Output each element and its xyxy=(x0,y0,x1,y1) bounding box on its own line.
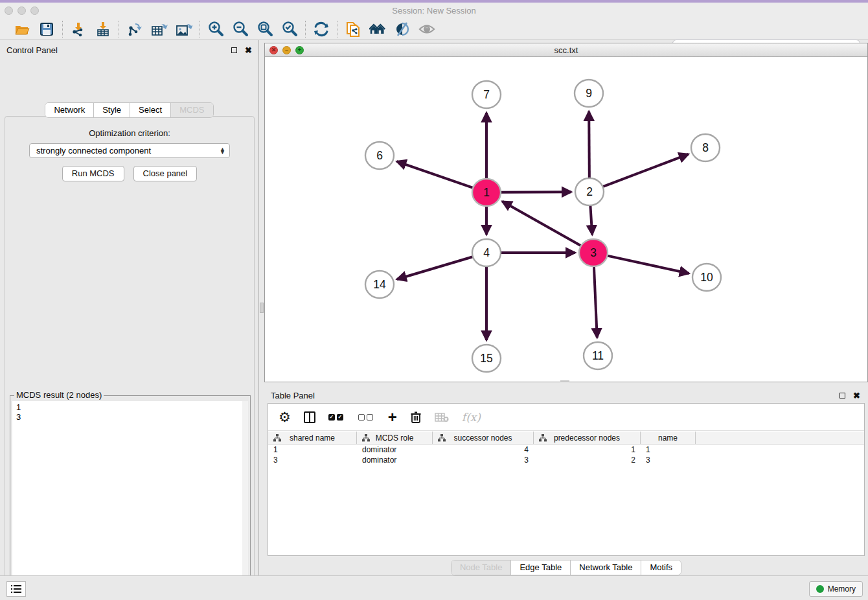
table-cell[interactable]: 4 xyxy=(433,444,534,455)
svg-text:6: 6 xyxy=(376,149,383,162)
first-neighbors-icon[interactable] xyxy=(369,21,386,38)
app-window-title: Session: New Session xyxy=(0,6,868,16)
tab-edge-table[interactable]: Edge Table xyxy=(511,560,571,575)
graph-edge-2-3[interactable] xyxy=(590,206,592,235)
graph-node-7[interactable]: 7 xyxy=(472,81,501,108)
zoom-fit-icon[interactable] xyxy=(257,21,273,38)
result-scrollbar[interactable] xyxy=(242,401,248,600)
mcds-result-title: MCDS result (2 nodes) xyxy=(14,390,104,400)
table-cell[interactable]: 1 xyxy=(534,444,641,455)
graph-node-10[interactable]: 10 xyxy=(692,264,721,291)
float-panel-icon[interactable] xyxy=(231,47,237,53)
show-columns-icon[interactable] xyxy=(304,410,315,425)
hide-style-icon[interactable] xyxy=(394,21,411,38)
graph-edge-3-1[interactable] xyxy=(502,202,580,246)
table-row[interactable]: 3dominator323 xyxy=(268,455,864,465)
graph-node-14[interactable]: 14 xyxy=(365,271,394,298)
graph-edge-1-2[interactable] xyxy=(501,192,571,192)
unselect-all-rows-icon[interactable] xyxy=(358,410,375,425)
table-cell[interactable]: 3 xyxy=(433,455,534,465)
column-header-shared-name[interactable]: shared name xyxy=(268,432,357,444)
clone-network-icon[interactable] xyxy=(345,21,361,38)
graph-node-8[interactable]: 8 xyxy=(691,134,720,161)
import-table-icon[interactable] xyxy=(95,21,111,38)
close-panel-icon[interactable]: ✖ xyxy=(245,46,252,54)
selected-criterion: strongly connected component xyxy=(36,146,220,156)
graph-edge-3-10[interactable] xyxy=(607,256,689,273)
graph-edge-3-11[interactable] xyxy=(594,267,597,338)
table-cell[interactable]: dominator xyxy=(357,455,433,465)
graph-edge-1-6[interactable] xyxy=(396,161,473,188)
table-tabbar: Node Table Edge Table Network Table Moti… xyxy=(451,560,681,575)
table-cell[interactable]: 2 xyxy=(534,455,641,465)
zoom-in-icon[interactable] xyxy=(207,21,224,38)
optimization-criterion-select[interactable]: strongly connected component ▲▼ xyxy=(29,143,230,158)
run-mcds-button[interactable]: Run MCDS xyxy=(62,166,124,181)
network-canvas[interactable]: 1234678910111415 xyxy=(265,57,867,382)
tab-motifs[interactable]: Motifs xyxy=(641,560,681,575)
column-header-name[interactable]: name xyxy=(641,432,696,444)
hierarchy-icon xyxy=(539,434,547,442)
tab-select[interactable]: Select xyxy=(130,103,171,117)
graph-edge-2-8[interactable] xyxy=(603,154,689,187)
tab-network[interactable]: Network xyxy=(45,103,94,117)
graph-node-6[interactable]: 6 xyxy=(365,142,394,169)
open-session-button[interactable] xyxy=(14,21,30,38)
refresh-layout-icon[interactable] xyxy=(313,21,330,38)
table-cell[interactable]: 1 xyxy=(641,444,696,455)
tab-mcds[interactable]: MCDS xyxy=(171,103,212,117)
graph-node-4[interactable]: 4 xyxy=(472,239,501,266)
column-header-predecessor-nodes[interactable]: predecessor nodes xyxy=(534,432,641,444)
control-panel-title: Control Panel xyxy=(6,45,231,55)
graph-node-1[interactable]: 1 xyxy=(472,179,501,206)
export-table-icon[interactable] xyxy=(151,21,168,38)
table-row[interactable]: 1dominator411 xyxy=(268,444,864,455)
table-cell[interactable]: 3 xyxy=(268,455,357,465)
zoom-out-icon[interactable] xyxy=(232,21,249,38)
delete-row-icon[interactable] xyxy=(410,410,422,425)
hierarchy-icon xyxy=(438,434,446,442)
add-row-icon[interactable]: + xyxy=(388,410,397,425)
table-cell[interactable]: 3 xyxy=(641,455,696,465)
network-window-titlebar[interactable]: ✕ – + scc.txt xyxy=(265,43,867,57)
window-resize-handle[interactable] xyxy=(560,380,569,382)
svg-text:9: 9 xyxy=(586,87,592,100)
column-header-MCDS-role[interactable]: MCDS role xyxy=(357,432,433,444)
mcds-result-text[interactable]: 1 3 xyxy=(12,401,248,600)
graph-node-15[interactable]: 15 xyxy=(472,345,501,372)
svg-text:11: 11 xyxy=(592,349,604,362)
graph-edge-4-14[interactable] xyxy=(397,257,473,279)
tab-network-table[interactable]: Network Table xyxy=(571,560,641,575)
graph-node-2[interactable]: 2 xyxy=(575,178,604,205)
graph-node-11[interactable]: 11 xyxy=(584,342,612,369)
task-history-button[interactable] xyxy=(6,581,26,597)
table-settings-icon[interactable]: ⚙ xyxy=(279,410,291,425)
table-close-panel-icon[interactable]: ✖ xyxy=(853,391,860,400)
table-cell[interactable]: dominator xyxy=(357,444,433,455)
memory-button[interactable]: Memory xyxy=(809,581,863,597)
export-network-icon[interactable] xyxy=(126,21,143,38)
graph-node-9[interactable]: 9 xyxy=(575,80,603,107)
table-float-panel-icon[interactable] xyxy=(839,393,845,398)
graph-node-3[interactable]: 3 xyxy=(579,239,608,266)
select-all-rows-icon[interactable]: ✓✓ xyxy=(328,410,345,425)
panel-splitter[interactable] xyxy=(259,40,264,575)
close-panel-button[interactable]: Close panel xyxy=(133,166,198,181)
export-image-icon[interactable] xyxy=(176,21,192,38)
table-panel: Table Panel ✖ ⚙ ✓✓ + f(x) shared nameMCD… xyxy=(264,386,868,575)
save-session-button[interactable] xyxy=(38,21,55,38)
show-graphics-details-icon[interactable] xyxy=(418,21,435,38)
tab-style[interactable]: Style xyxy=(94,103,130,117)
graph-edge-2-9[interactable] xyxy=(589,111,589,178)
network-window-title: scc.txt xyxy=(265,45,867,55)
tab-node-table[interactable]: Node Table xyxy=(451,560,512,575)
column-header-successor-nodes[interactable]: successor nodes xyxy=(433,432,534,444)
svg-text:4: 4 xyxy=(483,246,490,259)
table-cell[interactable]: 1 xyxy=(268,444,357,455)
svg-text:3: 3 xyxy=(590,246,597,259)
network-graph[interactable]: 1234678910111415 xyxy=(265,57,867,382)
splitter-handle[interactable] xyxy=(260,303,264,313)
import-network-icon[interactable] xyxy=(70,21,87,38)
zoom-selected-icon[interactable] xyxy=(281,21,298,38)
svg-text:1: 1 xyxy=(483,186,490,199)
